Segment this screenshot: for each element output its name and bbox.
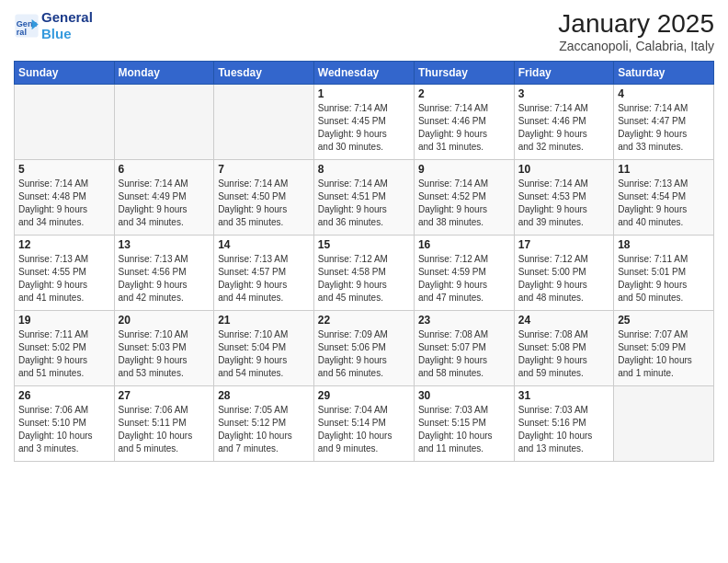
day-cell-3: 3Sunrise: 7:14 AMSunset: 4:46 PMDaylight… xyxy=(514,85,613,160)
logo-text-line2: Blue xyxy=(41,26,93,42)
day-cell-24: 24Sunrise: 7:08 AMSunset: 5:08 PMDayligh… xyxy=(514,311,613,386)
weekday-header-friday: Friday xyxy=(514,62,613,85)
week-row-2: 5Sunrise: 7:14 AMSunset: 4:48 PMDaylight… xyxy=(15,160,714,236)
day-cell-30: 30Sunrise: 7:03 AMSunset: 5:15 PMDayligh… xyxy=(414,386,514,462)
day-cell-21: 21Sunrise: 7:10 AMSunset: 5:04 PMDayligh… xyxy=(214,311,314,386)
day-number-11: 11 xyxy=(618,163,710,176)
day-info-25: Sunrise: 7:07 AMSunset: 5:09 PMDaylight:… xyxy=(618,328,710,380)
day-info-15: Sunrise: 7:12 AMSunset: 4:58 PMDaylight:… xyxy=(318,253,410,304)
day-info-8: Sunrise: 7:14 AMSunset: 4:51 PMDaylight:… xyxy=(318,178,410,229)
weekday-header-sunday: Sunday xyxy=(15,62,115,85)
day-number-23: 23 xyxy=(418,314,510,327)
day-info-9: Sunrise: 7:14 AMSunset: 4:52 PMDaylight:… xyxy=(418,178,510,229)
day-info-18: Sunrise: 7:11 AMSunset: 5:01 PMDaylight:… xyxy=(618,253,710,304)
day-number-14: 14 xyxy=(218,238,310,251)
day-number-4: 4 xyxy=(618,87,710,100)
day-info-16: Sunrise: 7:12 AMSunset: 4:59 PMDaylight:… xyxy=(418,253,510,304)
empty-cell xyxy=(614,386,714,462)
day-info-11: Sunrise: 7:13 AMSunset: 4:54 PMDaylight:… xyxy=(618,178,710,229)
day-info-28: Sunrise: 7:05 AMSunset: 5:12 PMDaylight:… xyxy=(218,404,310,455)
day-cell-17: 17Sunrise: 7:12 AMSunset: 5:00 PMDayligh… xyxy=(514,236,613,311)
day-cell-18: 18Sunrise: 7:11 AMSunset: 5:01 PMDayligh… xyxy=(614,236,714,311)
day-number-5: 5 xyxy=(18,163,110,176)
day-info-3: Sunrise: 7:14 AMSunset: 4:46 PMDaylight:… xyxy=(518,102,609,154)
day-cell-23: 23Sunrise: 7:08 AMSunset: 5:07 PMDayligh… xyxy=(414,311,514,386)
day-info-5: Sunrise: 7:14 AMSunset: 4:48 PMDaylight:… xyxy=(18,178,110,229)
logo: Gene ral General Blue xyxy=(14,9,93,42)
day-info-10: Sunrise: 7:14 AMSunset: 4:53 PMDaylight:… xyxy=(518,178,609,229)
week-row-4: 19Sunrise: 7:11 AMSunset: 5:02 PMDayligh… xyxy=(15,311,714,386)
day-info-7: Sunrise: 7:14 AMSunset: 4:50 PMDaylight:… xyxy=(218,178,310,229)
day-info-12: Sunrise: 7:13 AMSunset: 4:55 PMDaylight:… xyxy=(18,253,110,304)
day-cell-6: 6Sunrise: 7:14 AMSunset: 4:49 PMDaylight… xyxy=(114,160,214,236)
day-info-14: Sunrise: 7:13 AMSunset: 4:57 PMDaylight:… xyxy=(218,253,310,304)
day-number-15: 15 xyxy=(318,238,410,251)
day-cell-16: 16Sunrise: 7:12 AMSunset: 4:59 PMDayligh… xyxy=(414,236,514,311)
day-number-25: 25 xyxy=(618,314,710,327)
week-row-1: 1Sunrise: 7:14 AMSunset: 4:45 PMDaylight… xyxy=(15,85,714,160)
day-cell-20: 20Sunrise: 7:10 AMSunset: 5:03 PMDayligh… xyxy=(114,311,214,386)
weekday-header-wednesday: Wednesday xyxy=(313,62,414,85)
day-info-2: Sunrise: 7:14 AMSunset: 4:46 PMDaylight:… xyxy=(418,102,510,154)
day-number-26: 26 xyxy=(18,389,110,402)
day-info-19: Sunrise: 7:11 AMSunset: 5:02 PMDaylight:… xyxy=(18,328,110,380)
title-block: January 2025 Zaccanopoli, Calabria, Ital… xyxy=(558,9,714,53)
day-number-24: 24 xyxy=(518,314,609,327)
empty-cell xyxy=(15,85,115,160)
logo-icon: Gene ral xyxy=(14,13,40,39)
weekday-header-monday: Monday xyxy=(114,62,214,85)
day-info-22: Sunrise: 7:09 AMSunset: 5:06 PMDaylight:… xyxy=(318,328,410,380)
day-cell-27: 27Sunrise: 7:06 AMSunset: 5:11 PMDayligh… xyxy=(114,386,214,462)
weekday-header-thursday: Thursday xyxy=(414,62,514,85)
day-number-7: 7 xyxy=(218,163,310,176)
day-cell-31: 31Sunrise: 7:03 AMSunset: 5:16 PMDayligh… xyxy=(514,386,613,462)
day-number-28: 28 xyxy=(218,389,310,402)
calendar-table: SundayMondayTuesdayWednesdayThursdayFrid… xyxy=(14,61,714,462)
svg-text:ral: ral xyxy=(17,28,27,37)
day-info-20: Sunrise: 7:10 AMSunset: 5:03 PMDaylight:… xyxy=(119,328,210,380)
day-number-13: 13 xyxy=(119,238,210,251)
day-info-30: Sunrise: 7:03 AMSunset: 5:15 PMDaylight:… xyxy=(418,404,510,455)
day-cell-29: 29Sunrise: 7:04 AMSunset: 5:14 PMDayligh… xyxy=(313,386,414,462)
day-cell-8: 8Sunrise: 7:14 AMSunset: 4:51 PMDaylight… xyxy=(313,160,414,236)
location: Zaccanopoli, Calabria, Italy xyxy=(558,39,714,53)
weekday-header-saturday: Saturday xyxy=(614,62,714,85)
header: Gene ral General Blue January 2025 Zacca… xyxy=(14,9,714,53)
day-info-1: Sunrise: 7:14 AMSunset: 4:45 PMDaylight:… xyxy=(318,102,410,154)
day-number-29: 29 xyxy=(318,389,410,402)
day-info-24: Sunrise: 7:08 AMSunset: 5:08 PMDaylight:… xyxy=(518,328,609,380)
week-row-3: 12Sunrise: 7:13 AMSunset: 4:55 PMDayligh… xyxy=(15,236,714,311)
calendar-header-row: SundayMondayTuesdayWednesdayThursdayFrid… xyxy=(15,62,714,85)
day-cell-9: 9Sunrise: 7:14 AMSunset: 4:52 PMDaylight… xyxy=(414,160,514,236)
page: Gene ral General Blue January 2025 Zacca… xyxy=(0,0,728,563)
day-cell-10: 10Sunrise: 7:14 AMSunset: 4:53 PMDayligh… xyxy=(514,160,613,236)
day-cell-14: 14Sunrise: 7:13 AMSunset: 4:57 PMDayligh… xyxy=(214,236,314,311)
day-info-17: Sunrise: 7:12 AMSunset: 5:00 PMDaylight:… xyxy=(518,253,609,304)
day-cell-7: 7Sunrise: 7:14 AMSunset: 4:50 PMDaylight… xyxy=(214,160,314,236)
day-cell-12: 12Sunrise: 7:13 AMSunset: 4:55 PMDayligh… xyxy=(15,236,115,311)
day-cell-1: 1Sunrise: 7:14 AMSunset: 4:45 PMDaylight… xyxy=(313,85,414,160)
day-cell-2: 2Sunrise: 7:14 AMSunset: 4:46 PMDaylight… xyxy=(414,85,514,160)
empty-cell xyxy=(214,85,314,160)
day-number-3: 3 xyxy=(518,87,609,100)
day-number-27: 27 xyxy=(119,389,210,402)
day-info-23: Sunrise: 7:08 AMSunset: 5:07 PMDaylight:… xyxy=(418,328,510,380)
day-cell-5: 5Sunrise: 7:14 AMSunset: 4:48 PMDaylight… xyxy=(15,160,115,236)
day-cell-22: 22Sunrise: 7:09 AMSunset: 5:06 PMDayligh… xyxy=(313,311,414,386)
day-number-6: 6 xyxy=(119,163,210,176)
day-info-13: Sunrise: 7:13 AMSunset: 4:56 PMDaylight:… xyxy=(119,253,210,304)
day-info-27: Sunrise: 7:06 AMSunset: 5:11 PMDaylight:… xyxy=(119,404,210,455)
day-number-9: 9 xyxy=(418,163,510,176)
day-number-16: 16 xyxy=(418,238,510,251)
day-number-2: 2 xyxy=(418,87,510,100)
day-info-4: Sunrise: 7:14 AMSunset: 4:47 PMDaylight:… xyxy=(618,102,710,154)
day-cell-15: 15Sunrise: 7:12 AMSunset: 4:58 PMDayligh… xyxy=(313,236,414,311)
day-number-19: 19 xyxy=(18,314,110,327)
day-info-26: Sunrise: 7:06 AMSunset: 5:10 PMDaylight:… xyxy=(18,404,110,455)
day-cell-11: 11Sunrise: 7:13 AMSunset: 4:54 PMDayligh… xyxy=(614,160,714,236)
day-cell-4: 4Sunrise: 7:14 AMSunset: 4:47 PMDaylight… xyxy=(614,85,714,160)
day-number-21: 21 xyxy=(218,314,310,327)
day-number-22: 22 xyxy=(318,314,410,327)
month-title: January 2025 xyxy=(558,9,714,39)
day-cell-25: 25Sunrise: 7:07 AMSunset: 5:09 PMDayligh… xyxy=(614,311,714,386)
